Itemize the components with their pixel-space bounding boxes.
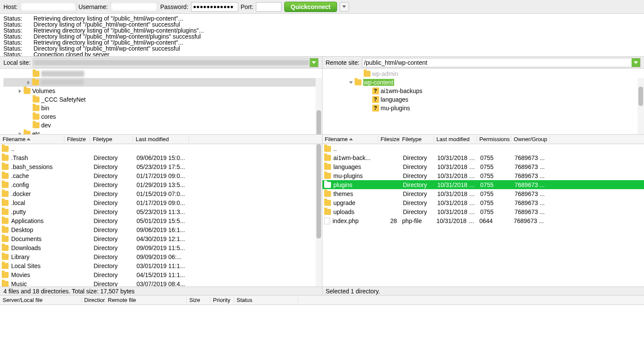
tree-item[interactable]: _CCC SafetyNet <box>3 95 319 104</box>
filetype-cell: Directory <box>401 172 435 179</box>
file-row[interactable]: themesDirectory10/31/2018 0...0755768967… <box>322 189 644 198</box>
folder-icon <box>324 173 331 179</box>
queue-column-header[interactable]: Direction <box>82 297 105 303</box>
log-key: Status: <box>3 15 25 21</box>
file-row[interactable]: ApplicationsDirectory05/01/2019 15:5... <box>0 216 322 225</box>
column-header[interactable]: Last modified <box>133 136 189 142</box>
file-row[interactable]: .bash_sessionsDirectory05/23/2019 17:5..… <box>0 162 322 171</box>
queue-column-header[interactable]: Status <box>234 297 298 303</box>
tree-item-label: mu-plugins <box>381 105 410 112</box>
remote-site-label-wrap: Remote site: <box>322 57 644 68</box>
file-row[interactable]: .dockerDirectory01/15/2019 07:0... <box>0 189 322 198</box>
log-key: Status: <box>3 21 25 27</box>
modified-cell: 05/23/2019 11:3... <box>134 208 190 215</box>
tree-item[interactable]: ?mu-plugins <box>326 104 641 112</box>
tree-item[interactable]: wp-content <box>326 78 641 87</box>
column-header[interactable]: Filesize <box>378 136 400 142</box>
file-row[interactable]: pluginsDirectory10/31/2018 0...075576896… <box>322 180 644 189</box>
folder-icon <box>2 281 9 287</box>
file-row[interactable]: .puttyDirectory05/23/2019 11:3... <box>0 207 322 216</box>
file-row[interactable]: upgradeDirectory10/31/2018 0...075576896… <box>322 198 644 207</box>
filename-cell: .putty <box>9 208 65 215</box>
scrollbar[interactable] <box>638 78 644 134</box>
remote-site-dropdown[interactable] <box>632 58 640 67</box>
disclosure-right-icon[interactable] <box>27 81 30 84</box>
tree-item[interactable]: Volumes <box>3 87 319 95</box>
disclosure-down-icon[interactable] <box>349 81 353 84</box>
file-row[interactable]: .configDirectory01/29/2019 13:5... <box>0 180 322 189</box>
file-row[interactable]: .TrashDirectory09/06/2019 15:0... <box>0 153 322 162</box>
file-row[interactable]: DownloadsDirectory09/09/2019 11:5... <box>0 243 322 252</box>
column-header[interactable]: Permissions <box>477 136 511 142</box>
file-row[interactable]: MusicDirectory03/07/2019 08:4... <box>0 279 322 287</box>
filetype-cell: Directory <box>91 262 134 269</box>
column-header[interactable]: Filesize <box>64 136 90 142</box>
file-row[interactable]: DocumentsDirectory04/30/2019 12:1... <box>0 234 322 243</box>
log-message: Directory listing of "/public_html/wp-co… <box>33 21 180 27</box>
tree-item[interactable] <box>3 78 319 87</box>
column-header[interactable]: Last modified <box>434 136 477 142</box>
queue-column-header[interactable]: Size <box>187 297 210 303</box>
tree-item[interactable]: ?languages <box>326 95 641 104</box>
remote-rows[interactable]: ..ai1wm-back...Directory10/31/2018 0...0… <box>322 144 644 287</box>
disclosure-right-icon[interactable] <box>18 89 22 93</box>
quickconnect-button[interactable]: Quickconnect <box>284 2 337 12</box>
queue-column-header[interactable]: Server/Local file <box>0 297 82 303</box>
file-row[interactable]: languagesDirectory10/31/2018 0...0755768… <box>322 162 644 171</box>
disclosure-right-icon[interactable] <box>18 132 22 135</box>
tree-item-label: ai1wm-backups <box>381 87 422 94</box>
local-site-dropdown[interactable] <box>310 58 318 67</box>
file-row[interactable]: LibraryDirectory09/09/2019 06:... <box>0 252 322 261</box>
host-input[interactable] <box>20 2 76 12</box>
filetype-cell: Directory <box>91 172 134 179</box>
local-tree-pane[interactable]: Volumes_CCC SafetyNetbincoresdevetc <box>0 69 322 134</box>
port-input[interactable] <box>256 2 282 12</box>
file-row[interactable]: Local SitesDirectory03/01/2019 11:1... <box>0 261 322 270</box>
tree-item[interactable]: ?ai1wm-backups <box>326 87 641 95</box>
column-header[interactable]: Filetype <box>90 136 133 142</box>
file-row[interactable]: mu-pluginsDirectory10/31/2018 0...075576… <box>322 171 644 180</box>
local-site-input[interactable] <box>33 59 309 66</box>
local-rows[interactable]: ...TrashDirectory09/06/2019 15:0....bash… <box>0 144 322 287</box>
column-header[interactable]: Owner/Group <box>511 136 550 142</box>
password-input[interactable] <box>191 2 238 12</box>
tree-item[interactable]: bin <box>3 104 319 112</box>
quickconnect-dropdown[interactable] <box>340 2 349 12</box>
tree-item[interactable] <box>3 69 319 78</box>
tree-item[interactable]: etc <box>3 130 319 134</box>
owner-cell: 7689673 ... <box>511 217 550 224</box>
log-key: Status: <box>3 27 25 33</box>
filename-cell: index.php <box>330 217 378 224</box>
username-input[interactable] <box>110 2 158 12</box>
scrollbar[interactable] <box>316 78 322 134</box>
column-header[interactable]: Filetype <box>400 136 434 142</box>
file-row[interactable]: .. <box>322 144 644 153</box>
filetype-cell: Directory <box>91 181 134 188</box>
folder-icon <box>2 218 9 224</box>
remote-tree-pane[interactable]: wp-adminwp-content?ai1wm-backups?languag… <box>322 69 644 134</box>
file-row[interactable]: ai1wm-back...Directory10/31/2018 0...075… <box>322 153 644 162</box>
file-row[interactable]: .. <box>0 144 322 153</box>
file-row[interactable]: .localDirectory01/17/2019 09:0... <box>0 198 322 207</box>
owner-cell: 7689673 ... <box>512 154 551 161</box>
scrollbar[interactable] <box>316 144 322 287</box>
file-row[interactable]: DesktopDirectory09/06/2019 16:1... <box>0 225 322 234</box>
tree-item[interactable]: dev <box>3 121 319 130</box>
folder-icon <box>33 97 39 103</box>
folder-icon <box>2 146 9 152</box>
file-row[interactable]: index.php28php-file10/31/2018 0...064476… <box>322 216 644 225</box>
remote-site-input[interactable] <box>362 59 632 66</box>
file-row[interactable]: .cacheDirectory01/17/2019 09:0... <box>0 171 322 180</box>
queue-column-header[interactable]: Remote file <box>105 297 187 303</box>
queue-column-header[interactable]: Priority <box>210 297 234 303</box>
modified-cell: 10/31/2018 0... <box>434 217 477 224</box>
column-header[interactable]: Filename <box>322 136 378 142</box>
file-row[interactable]: uploadsDirectory10/31/2018 0...075576896… <box>322 207 644 216</box>
transfer-queue[interactable] <box>0 305 644 359</box>
message-log[interactable]: Status:Retrieving directory listing of "… <box>0 14 644 57</box>
tree-item[interactable]: cores <box>3 112 319 121</box>
owner-cell: 7689673 ... <box>512 208 551 215</box>
column-header[interactable]: Filename <box>0 136 64 142</box>
file-row[interactable]: MoviesDirectory04/15/2019 11:1... <box>0 270 322 279</box>
tree-item[interactable]: wp-admin <box>326 69 641 78</box>
